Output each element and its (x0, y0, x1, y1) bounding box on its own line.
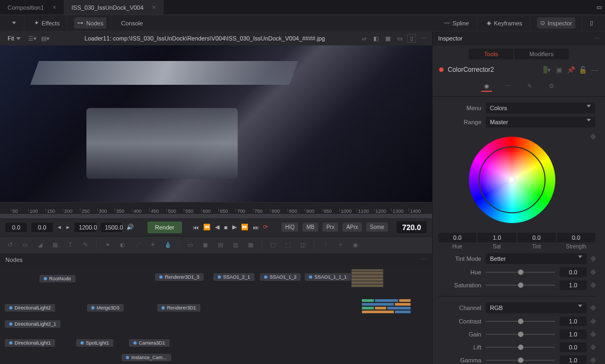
node-directionallight2[interactable]: DirectionalLight2 (4, 304, 56, 312)
tool-icon[interactable]: ◉ (351, 240, 360, 249)
tab-composition1[interactable]: Composition1 × (0, 0, 64, 15)
lift-slider[interactable] (486, 347, 555, 348)
aprx-button[interactable]: APrx (342, 223, 362, 232)
spline-button[interactable]: 〰 Spline (441, 18, 473, 29)
tint-value[interactable]: 0.0 (517, 233, 556, 242)
layout-icon[interactable]: ▭ (593, 2, 605, 13)
tool-icon[interactable]: ⬚ (284, 240, 292, 249)
effects-button[interactable]: ✦ Effects (31, 17, 63, 29)
color-wheel[interactable]: M (469, 137, 555, 223)
thumbnail-stack[interactable] (362, 298, 411, 325)
tab-modifiers[interactable]: Modifiers (514, 49, 569, 59)
tab-iss[interactable]: ISS_030_IssUnDock_V004 × (64, 0, 163, 15)
viewer[interactable] (0, 45, 432, 202)
current-field[interactable]: 0.0 (31, 223, 53, 232)
loop-icon[interactable]: ⟳ (263, 223, 268, 232)
enable-toggle[interactable] (439, 68, 443, 72)
tool-icon[interactable]: ✦ (103, 240, 112, 249)
step-back-icon[interactable]: ◀ (215, 223, 219, 232)
color-tab-icon[interactable]: ◉ (481, 81, 492, 92)
timeline-scrollbar[interactable] (0, 214, 432, 218)
node-directionallight2-1[interactable]: DirectionalLight2_1 (4, 320, 61, 328)
hue-field[interactable]: 0.0 (560, 267, 587, 277)
audio-icon[interactable]: 🔊 (126, 223, 134, 232)
tool-icon[interactable]: ✧ (336, 240, 345, 249)
play-icon[interactable]: ▶ (232, 223, 237, 232)
fast-forward-icon[interactable]: ⏩ (241, 223, 248, 232)
hiq-button[interactable]: HiQ (281, 223, 298, 232)
dropdown-icon[interactable] (9, 19, 19, 26)
tool-icon[interactable]: ▭ (21, 240, 29, 249)
sat-value[interactable]: 1.0 (478, 233, 516, 242)
node-renderer3d1-3[interactable]: Renderer3D1_3 (154, 273, 204, 281)
options-icon[interactable]: ⋯ (419, 34, 428, 43)
range1-field[interactable]: 1200.0 (75, 223, 96, 232)
mask-tab-icon[interactable]: ✎ (525, 81, 535, 92)
tool-icon[interactable]: ◐ (118, 240, 127, 249)
keyframe-icon[interactable] (590, 344, 596, 350)
tool-icon[interactable]: ▦ (246, 240, 255, 249)
tab-tools[interactable]: Tools (469, 49, 513, 59)
channel-icon[interactable]: ◧ (372, 34, 380, 43)
gamma-field[interactable]: 1.0 (560, 355, 587, 364)
keyframe-icon[interactable] (590, 305, 596, 311)
nodes-canvas[interactable]: RootNode DirectionalLight2 DirectionalLi… (0, 266, 432, 364)
in-field[interactable]: 0.0 (5, 223, 27, 232)
node-renderer3d1[interactable]: Renderer3D1 (157, 304, 201, 312)
layout-button[interactable]: ▯ (587, 17, 596, 29)
tool-icon[interactable]: ▭ (186, 240, 194, 249)
text-tool-icon[interactable]: T (66, 240, 75, 249)
lock-icon[interactable]: 🔓 (579, 66, 587, 73)
last-frame-icon[interactable]: ⏭ (253, 223, 259, 232)
node-merge3d3[interactable]: Merge3D3 (86, 304, 124, 312)
saturation-slider[interactable] (486, 285, 555, 286)
version-icon[interactable]: ▾ (543, 66, 551, 73)
split-icon[interactable]: ▱ (360, 34, 368, 43)
menu-select[interactable]: Colors (486, 103, 595, 113)
grid-icon[interactable]: ▦ (384, 34, 392, 43)
mb-button[interactable]: MB (302, 223, 318, 232)
gamma-slider[interactable] (486, 360, 555, 361)
strength-value[interactable]: 0.0 (557, 233, 595, 242)
keyframe-icon[interactable] (590, 331, 596, 337)
timeline-ruler[interactable]: /* ticks inserted below */ 5010015020025… (0, 202, 432, 214)
console-button[interactable]: Console (118, 18, 146, 29)
keyframe-icon[interactable] (590, 255, 596, 261)
pin-icon[interactable]: 📌 (567, 66, 575, 73)
tool-icon[interactable]: ◢ (36, 240, 44, 249)
tint-mode-select[interactable]: Better (486, 253, 587, 264)
options-icon[interactable]: ⋯ (421, 256, 427, 263)
gain-slider[interactable] (486, 334, 555, 335)
node-directionallight1[interactable]: DirectionalLight1 (4, 339, 56, 347)
collapse-icon[interactable]: — (591, 66, 599, 73)
tool-icon[interactable]: ▢ (268, 240, 277, 249)
single-icon[interactable]: ▯ (407, 34, 416, 43)
hue-slider[interactable] (486, 272, 555, 273)
box-icon[interactable]: ▭ (395, 34, 404, 43)
thumbnail[interactable] (351, 269, 384, 287)
node-instance-cam[interactable]: Instance_Cam... (121, 353, 172, 362)
prx-button[interactable]: Prx (322, 223, 338, 232)
tool-icon[interactable]: ☀ (149, 240, 157, 249)
node-spotlight1[interactable]: SpotLight1 (76, 339, 114, 347)
contrast-field[interactable]: 1.0 (560, 316, 587, 326)
close-icon[interactable]: × (152, 4, 156, 11)
tool-icon[interactable]: ▦ (51, 240, 59, 249)
copy-icon[interactable]: ▣ (555, 66, 563, 73)
curves-tab-icon[interactable]: 〰 (503, 81, 514, 92)
keyframe-icon[interactable] (590, 318, 596, 324)
render-button[interactable]: Render (147, 221, 182, 233)
range-select[interactable]: Master (486, 117, 595, 127)
nodes-button[interactable]: ⊶ Nodes (74, 17, 106, 29)
tool-icon[interactable]: ↺ (5, 240, 14, 249)
channel-select[interactable]: RGB (486, 302, 587, 313)
keyframe-icon[interactable] (590, 282, 596, 288)
keyframe-icon[interactable] (590, 357, 596, 363)
options-icon[interactable]: ⋯ (594, 35, 600, 42)
inspector-button[interactable]: ⊙ Inspector (537, 17, 575, 29)
tool-icon[interactable]: ▤ (216, 240, 225, 249)
gain-field[interactable]: 1.0 (560, 329, 587, 339)
frame-field[interactable]: 720.0 (396, 221, 427, 233)
next-key-icon[interactable]: ▸ (66, 223, 70, 232)
prev-key-icon[interactable]: ◂ (57, 223, 62, 232)
